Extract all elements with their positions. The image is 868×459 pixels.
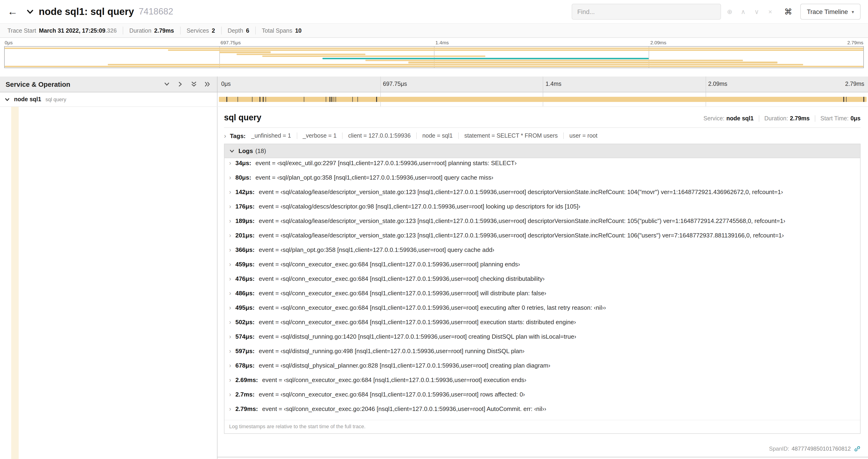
log-row[interactable]: › 34μs: event = ‹sql/exec_util.go:2297 […: [224, 160, 860, 174]
timeline-header: Service & Operation 0μs 697: [0, 76, 868, 92]
minimap-tick-labels: 0μs 697.75μs 1.4ms 2.09ms 2.79ms: [4, 38, 864, 46]
chevron-right-icon: ›: [229, 304, 231, 311]
span-tree-column: [0, 107, 217, 459]
log-row[interactable]: › 574μs: event = ‹sql/distsql_running.go…: [224, 333, 860, 348]
expand-all-icon[interactable]: [205, 81, 211, 87]
trace-start-label: Trace Start: [7, 27, 36, 34]
trace-timeline-page: ← node sql1: sql query 7418682 ⊕ ∧ ∨ × ⌘…: [0, 0, 868, 459]
span-bar[interactable]: [219, 97, 867, 102]
collapse-all-icon[interactable]: [191, 81, 197, 87]
total-spans-value: 10: [295, 27, 302, 34]
tick-label: 0μs: [221, 81, 231, 87]
duration-item: Duration 2.79ms: [123, 27, 180, 35]
span-bar-cell[interactable]: [217, 92, 868, 106]
minimap-span-bar: [219, 52, 271, 53]
tag: _verbose = 1: [297, 132, 342, 139]
meta-service: Service:node sql1: [699, 115, 759, 122]
collapse-trace-chevron-icon[interactable]: [26, 8, 34, 15]
log-timestamp: 2.69ms:: [236, 376, 258, 384]
log-event-text: event = ‹sql/conn_executor_exec.go:684 […: [259, 319, 580, 326]
trace-start-value: March 31 2022, 17:25:09.326: [39, 27, 117, 34]
duration-label: Duration: [129, 27, 151, 34]
tag: statement = SELECT * FROM users: [458, 132, 563, 139]
log-row[interactable]: › 502μs: event = ‹sql/conn_executor_exec…: [224, 319, 860, 333]
log-timestamp: 176μs:: [236, 203, 254, 210]
services-item: Services 2: [180, 27, 221, 35]
tick-label: 697.75μs: [220, 40, 241, 45]
log-row[interactable]: › 176μs: event = ‹sql/catalog/descs/desc…: [224, 203, 860, 217]
expand-one-icon[interactable]: [177, 81, 183, 87]
link-icon[interactable]: [854, 446, 861, 452]
spacer: [0, 68, 868, 76]
log-row[interactable]: › 80μs: event = ‹sql/plan_opt.go:358 [ns…: [224, 174, 860, 189]
log-row[interactable]: › 678μs: event = ‹sql/distsql_physical_p…: [224, 362, 860, 376]
prev-result-icon[interactable]: ∧: [736, 4, 750, 20]
tick-label: 1.4ms: [546, 81, 561, 87]
chevron-right-icon: ›: [229, 203, 231, 210]
view-selector-button[interactable]: Trace Timeline ▾: [800, 4, 861, 20]
log-row[interactable]: › 597μs: event = ‹sql/distsql_running.go…: [224, 348, 860, 362]
trace-summary-bar: Trace Start March 31 2022, 17:25:09.326 …: [0, 23, 868, 38]
log-timestamp: 201μs:: [236, 232, 254, 239]
log-marker-tick: [238, 97, 238, 102]
chevron-down-icon[interactable]: [5, 97, 10, 102]
logs-header[interactable]: Logs (18): [224, 144, 860, 158]
keyboard-shortcuts-icon[interactable]: ⌘: [780, 4, 797, 20]
log-row[interactable]: › 142μs: event = ‹sql/catalog/lease/desc…: [224, 189, 860, 203]
log-event-text: event = ‹sql/plan_opt.go:358 [nsql1,clie…: [255, 174, 497, 181]
timeline-ruler: 0μs 697.75μs 1.4ms 2.09ms 2.79ms: [217, 76, 868, 92]
log-row[interactable]: › 459μs: event = ‹sql/conn_executor_exec…: [224, 261, 860, 275]
trace-id: 7418682: [138, 6, 173, 17]
depth-value: 6: [246, 27, 249, 34]
log-row[interactable]: › 201μs: event = ‹sql/catalog/lease/desc…: [224, 232, 860, 246]
log-row[interactable]: › 476μs: event = ‹sql/conn_executor_exec…: [224, 275, 860, 290]
span-name-cell[interactable]: node sql1 sql query: [0, 92, 217, 106]
zoom-icon[interactable]: ⊕: [723, 4, 736, 20]
log-marker-tick: [326, 97, 327, 102]
minimap-span-bar: [408, 62, 777, 63]
log-marker-tick: [358, 97, 358, 102]
chevron-right-icon: ›: [224, 132, 226, 139]
collapse-one-icon[interactable]: [164, 81, 170, 87]
log-row[interactable]: › 366μs: event = ‹sql/plan_opt.go:358 [n…: [224, 246, 860, 261]
log-row[interactable]: › 2.7ms: event = ‹sql/conn_executor_exec…: [224, 391, 860, 405]
log-timestamp: 366μs:: [236, 246, 254, 253]
log-row[interactable]: › 189μs: event = ‹sql/catalog/lease/desc…: [224, 217, 860, 232]
page-title: node sql1: sql query: [39, 6, 134, 17]
log-row[interactable]: › 486μs: event = ‹sql/conn_executor_exec…: [224, 290, 860, 304]
clear-search-icon[interactable]: ×: [764, 4, 777, 20]
log-row[interactable]: › 2.69ms: event = ‹sql/conn_executor_exe…: [224, 376, 860, 391]
tags-row[interactable]: › Tags: _unfinished = 1 _verbose = 1 cli…: [224, 128, 861, 144]
minimap-canvas[interactable]: [4, 46, 864, 68]
log-row[interactable]: › 495μs: event = ‹sql/conn_executor_exec…: [224, 304, 860, 319]
chevron-right-icon: ›: [229, 261, 231, 268]
back-arrow-icon[interactable]: ←: [7, 6, 18, 17]
gridline: [705, 76, 706, 92]
next-result-icon[interactable]: ∨: [750, 4, 764, 20]
tick-label: 2.79ms: [847, 40, 863, 45]
log-row[interactable]: › 2.79ms: event = ‹sql/conn_executor_exe…: [224, 405, 860, 420]
chevron-right-icon: ›: [229, 348, 231, 355]
services-value: 2: [212, 27, 215, 34]
log-timestamp: 2.79ms:: [236, 405, 258, 412]
tick-label: 697.75μs: [383, 81, 407, 87]
log-marker-tick: [334, 97, 334, 102]
find-input[interactable]: [577, 8, 715, 15]
duration-value: 2.79ms: [154, 27, 174, 34]
tag: _unfinished = 1: [251, 132, 297, 139]
gridline: [380, 76, 380, 92]
service-operation-title: Service & Operation: [6, 80, 70, 88]
span-row[interactable]: node sql1 sql query: [0, 92, 868, 107]
tick-label: 0μs: [5, 40, 12, 45]
minimap-span-bar: [5, 66, 863, 67]
expand-collapse-controls: [164, 81, 213, 87]
minimap-span-bar: [108, 64, 803, 65]
span-id-label: SpanID:: [769, 446, 789, 452]
span-detail-header: sql query Service:node sql1 Duration:2.7…: [224, 107, 861, 123]
chevron-right-icon: ›: [229, 232, 231, 239]
log-event-text: event = ‹sql/plan_opt.go:358 [nsql1,clie…: [259, 246, 498, 253]
log-event-text: event = ‹sql/conn_executor_exec.go:684 […: [259, 261, 524, 268]
chevron-right-icon: ›: [229, 391, 231, 398]
tick-label: 2.09ms: [708, 81, 727, 87]
log-event-text: event = ‹sql/conn_executor_exec.go:684 […: [259, 290, 550, 297]
